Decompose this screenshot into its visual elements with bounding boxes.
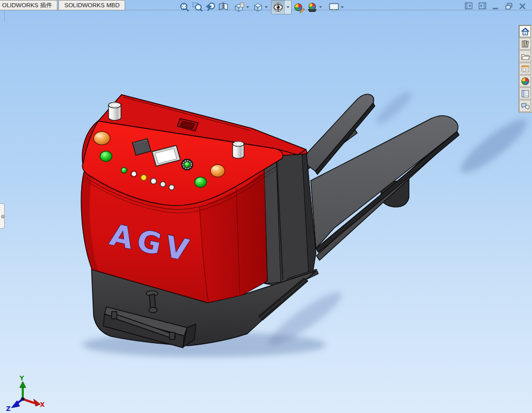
task-pane-design-library[interactable]: [519, 38, 531, 50]
zoom-to-fit-button[interactable]: [178, 1, 191, 13]
annotation-views-icon: [234, 2, 245, 13]
featuremanager-collapsed-tab[interactable]: [0, 203, 5, 229]
solidworks-window: AGV Y X Z OLIDWORKS 插件 SOLIDWORKS MBD: [0, 0, 532, 413]
led-white-2[interactable]: [160, 182, 165, 187]
tabbar-edge: [4, 10, 5, 22]
appearances-ball-icon: [521, 77, 530, 86]
hide-show-items-group: [271, 0, 292, 14]
tab-solidworks-mbd[interactable]: SOLIDWORKS MBD: [58, 0, 125, 10]
view-orientation-dropdown[interactable]: [265, 6, 268, 8]
previous-view-icon: [205, 2, 216, 13]
collapse-left-pane-button[interactable]: [464, 2, 473, 10]
edit-appearance-button[interactable]: [293, 1, 306, 13]
pane-right-icon: [478, 2, 487, 10]
heads-up-view-toolbar: [178, 1, 346, 14]
apply-scene-button[interactable]: [306, 1, 318, 13]
eye-icon: [272, 2, 284, 13]
edit-appearance-icon: [294, 2, 305, 13]
featuremanager-tab-dot: [1, 215, 5, 218]
annotation-views-dropdown[interactable]: [246, 6, 249, 8]
apply-scene-icon: [307, 2, 318, 13]
reference-triad: Y X Z: [6, 375, 45, 412]
view-settings-monitor-icon: [328, 2, 340, 13]
section-view-button[interactable]: [217, 1, 230, 13]
antenna-cylinder-right[interactable]: [233, 141, 244, 158]
task-pane-solidworks-resources[interactable]: [519, 25, 531, 37]
panel-button-green-right[interactable]: [195, 177, 207, 187]
books-icon: [521, 39, 530, 49]
restore-icon: [505, 3, 513, 10]
zoom-to-area-icon: [192, 2, 203, 13]
minimize-icon: [492, 3, 499, 10]
command-manager-tabs: OLIDWORKS 插件 SOLIDWORKS MBD: [0, 0, 126, 10]
task-pane-file-explorer[interactable]: [519, 50, 531, 62]
folder-icon: [521, 52, 530, 61]
hide-show-items-dropdown[interactable]: [284, 1, 291, 14]
task-pane-view-palette[interactable]: [519, 63, 531, 75]
led-yellow[interactable]: [141, 175, 147, 181]
led-green[interactable]: [121, 168, 127, 173]
task-pane-custom-properties[interactable]: [519, 87, 531, 99]
triad-x-label: X: [40, 401, 45, 408]
led-white-3[interactable]: [169, 185, 174, 190]
window-controls: [464, 2, 527, 10]
view-settings-button[interactable]: [327, 1, 340, 13]
task-pane: [519, 25, 532, 113]
view-orientation-button[interactable]: [251, 1, 264, 13]
highlight: [213, 167, 219, 170]
view-palette-icon: [521, 64, 530, 73]
triad-z-label: Z: [6, 405, 11, 412]
close-button[interactable]: [518, 2, 527, 10]
previous-view-button[interactable]: [204, 1, 217, 13]
graphics-viewport[interactable]: AGV Y X Z: [0, 0, 532, 413]
hide-show-items-button[interactable]: [271, 1, 284, 13]
close-icon: [519, 3, 526, 10]
minimize-button[interactable]: [491, 2, 500, 10]
section-view-icon: [218, 2, 229, 13]
properties-form-icon: [521, 89, 530, 98]
pane-left-icon: [465, 2, 473, 10]
chat-bubbles-icon: [521, 101, 530, 111]
collapse-right-pane-button[interactable]: [478, 2, 487, 10]
home-icon: [521, 27, 530, 36]
zoom-to-fit-icon: [179, 2, 190, 13]
agv-model[interactable]: AGV: [81, 94, 459, 348]
panel-button-orange-left[interactable]: [94, 131, 110, 145]
view-orientation-cube-icon: [252, 2, 264, 13]
led-white-1[interactable]: [151, 179, 157, 184]
view-settings-dropdown[interactable]: [341, 6, 344, 8]
dynamic-annotation-views-button[interactable]: [233, 1, 246, 13]
antenna-cylinder-left[interactable]: [109, 102, 121, 121]
led-red-ring[interactable]: [131, 171, 137, 177]
panel-button-green-left[interactable]: [100, 151, 112, 161]
apply-scene-dropdown[interactable]: [319, 6, 322, 8]
task-pane-solidworks-forum[interactable]: [519, 100, 531, 112]
panel-button-orange-right[interactable]: [210, 165, 225, 177]
restore-button[interactable]: [505, 2, 513, 10]
tab-solidworks-addins[interactable]: OLIDWORKS 插件: [0, 0, 57, 10]
triad-y-label: Y: [19, 375, 24, 382]
task-pane-appearances-scenes[interactable]: [519, 75, 531, 87]
zoom-to-area-button[interactable]: [191, 1, 204, 13]
highlight: [96, 134, 102, 138]
